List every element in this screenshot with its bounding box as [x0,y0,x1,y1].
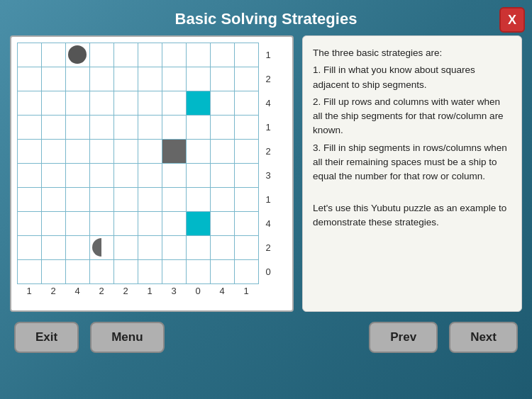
col-number: 2 [113,286,138,296]
grid-cell [162,91,187,116]
grid-cell [42,116,66,140]
grid-cell [187,236,211,260]
grid-cell [138,236,162,260]
row-number: 2 [262,235,275,259]
grid-cell [138,164,162,188]
grid-cell [66,188,90,212]
info-line: The three basic strategies are: [313,46,511,60]
grid-cell [235,260,259,284]
grid-cell [138,188,162,212]
grid-cell [114,140,138,164]
grid-cell [235,91,259,116]
grid-cell [162,164,187,188]
row-number: 4 [262,211,275,235]
col-number: 1 [138,286,162,296]
grid-cell [90,212,114,236]
row-number: 4 [262,91,275,115]
col-number: 1 [17,286,41,296]
info-line: Let's use this Yubutu puzzle as an examp… [313,201,511,230]
grid-cell [138,116,162,140]
info-line: 2. Fill up rows and columns with water w… [313,95,511,138]
grid-cell [90,236,114,260]
grid-cell [162,260,187,284]
grid-cell [90,188,114,212]
grid-cell [90,116,114,140]
prev-button[interactable]: Prev [369,322,438,353]
main-content: 1242213041 1241231420 The three basic st… [0,35,532,312]
grid-cell [114,43,138,67]
grid-cell [235,164,259,188]
grid-cell [114,116,138,140]
grid-cell [18,67,42,91]
row-number: 1 [262,43,275,67]
bottom-bar: Exit Menu Prev Next [0,312,532,353]
grid-cell [42,164,66,188]
grid-cell [211,188,235,212]
col-number: 0 [186,286,210,296]
grid-cell [18,116,42,140]
grid-cell [18,260,42,284]
grid-cell [211,140,235,164]
grid-cell [162,236,187,260]
grid-cell [235,140,259,164]
close-button[interactable]: X [499,7,525,33]
grid-cell [211,43,235,67]
menu-button[interactable]: Menu [90,322,164,353]
grid-cell [42,212,66,236]
next-button[interactable]: Next [449,322,518,353]
grid-cell [162,67,187,91]
grid-cell [138,260,162,284]
grid-cell [66,67,90,91]
grid-cell [114,212,138,236]
grid-cell [114,188,138,212]
grid-cell [138,140,162,164]
row-numbers: 1241231420 [262,43,275,283]
grid-cell [18,236,42,260]
grid-cell [235,212,259,236]
grid-cell [187,212,211,236]
grid-cell [211,164,235,188]
grid-wrapper: 1242213041 1241231420 [17,43,275,296]
info-text: The three basic strategies are:1. Fill i… [313,46,511,230]
grid-cell [18,140,42,164]
grid-cell [66,140,90,164]
grid-cell [162,212,187,236]
grid-cell [211,116,235,140]
grid-cell [90,140,114,164]
col-number: 4 [210,286,234,296]
puzzle-container: 1242213041 1241231420 [10,35,294,312]
grid-cell [42,43,66,67]
grid-cell [18,164,42,188]
row-number: 0 [262,259,275,283]
grid-cell [235,116,259,140]
grid-cell [162,140,187,164]
grid-cell [90,164,114,188]
grid-cell [187,43,211,67]
grid-cell [187,188,211,212]
grid-cell [18,43,42,67]
row-number: 3 [262,163,275,187]
grid-cell [162,188,187,212]
exit-button[interactable]: Exit [14,322,79,353]
grid-cell [138,212,162,236]
grid-cell [235,236,259,260]
grid-cell [42,260,66,284]
grid-cell [187,116,211,140]
grid-cell [114,260,138,284]
grid-cell [211,91,235,116]
col-number: 4 [65,286,89,296]
info-line: 3. Fill in ship segments in rows/columns… [313,141,511,184]
info-panel: The three basic strategies are:1. Fill i… [302,35,522,312]
col-number: 2 [89,286,113,296]
grid-cell [66,260,90,284]
grid-cell [42,67,66,91]
grid-cell [18,188,42,212]
grid-cell [114,67,138,91]
grid-cell [211,260,235,284]
col-numbers: 1242213041 [17,286,259,296]
grid-cell [66,91,90,116]
grid-cell [211,236,235,260]
grid-cell [114,236,138,260]
info-line: 1. Fill in what you know about squares a… [313,63,511,92]
row-number: 1 [262,115,275,139]
